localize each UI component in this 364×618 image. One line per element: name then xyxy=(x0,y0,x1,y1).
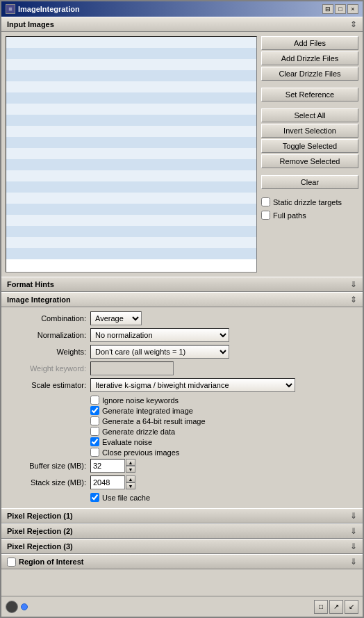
status-icon xyxy=(6,601,18,613)
image-integration-section: Image Integration ⇕ Combination: Average… xyxy=(1,292,363,508)
region-of-interest-checkbox[interactable] xyxy=(7,558,16,567)
stack-size-down-button[interactable]: ▼ xyxy=(126,482,135,489)
combination-select[interactable]: Average Median Minimum Maximum xyxy=(90,311,142,325)
buffer-size-label: Buffer size (MB): xyxy=(7,462,90,470)
remove-selected-button[interactable]: Remove Selected xyxy=(261,154,358,168)
title-bar-left: ≡ ImageIntegration xyxy=(6,4,80,14)
input-images-content: Add Files Add Drizzle Files Clear Drizzl… xyxy=(1,32,363,277)
buffer-size-spinner: ▲ ▼ xyxy=(90,459,135,473)
close-previous-images-label: Close previous images xyxy=(102,448,179,457)
normalization-row: Normalization: No normalization Additive… xyxy=(7,328,357,342)
stack-size-input[interactable] xyxy=(90,475,125,489)
pixel-rejection-3-collapse-icon: ⇓ xyxy=(350,542,357,551)
file-list-row xyxy=(6,92,256,104)
pixel-rejection-1-header[interactable]: Pixel Rejection (1) ⇓ xyxy=(1,508,363,523)
pixel-rejection-1-title: Pixel Rejection (1) xyxy=(7,512,73,520)
file-list-row xyxy=(6,104,256,115)
pixel-rejection-3-header[interactable]: Pixel Rejection (3) ⇓ xyxy=(1,539,363,554)
add-files-button[interactable]: Add Files xyxy=(261,36,358,50)
generate-64bit-checkbox[interactable] xyxy=(90,416,99,425)
file-list-row xyxy=(6,248,256,259)
minimize-button[interactable]: ⊟ xyxy=(322,4,333,14)
close-previous-images-checkbox[interactable] xyxy=(90,448,99,457)
stack-size-up-button[interactable]: ▲ xyxy=(126,475,135,482)
scale-estimator-select[interactable]: Iterative k-sigma / biweight midvariance… xyxy=(90,378,295,392)
input-images-title: Input Images xyxy=(7,20,54,29)
combination-row: Combination: Average Median Minimum Maxi… xyxy=(7,311,357,325)
buffer-size-row: Buffer size (MB): ▲ ▼ xyxy=(7,459,357,473)
file-list-row xyxy=(6,193,256,204)
select-all-button[interactable]: Select All xyxy=(261,108,358,122)
close-button[interactable]: × xyxy=(347,4,358,14)
title-bar-controls: ⊟ □ × xyxy=(322,4,358,14)
input-images-section: Input Images ⇕ xyxy=(1,17,363,277)
buffer-size-down-button[interactable]: ▼ xyxy=(126,466,135,473)
evaluate-noise-row: Evaluate noise xyxy=(90,437,357,447)
static-drizzle-checkbox-row: Static drizzle targets xyxy=(261,196,358,208)
pixel-rejection-3-section: Pixel Rejection (3) ⇓ xyxy=(1,539,363,554)
bottom-bar: □ ↗ ↙ xyxy=(1,596,363,617)
file-list-row xyxy=(6,148,256,159)
full-paths-checkbox[interactable] xyxy=(261,211,270,220)
invert-selection-button[interactable]: Invert Selection xyxy=(261,124,358,138)
pixel-rejection-2-title: Pixel Rejection (2) xyxy=(7,527,73,535)
weight-keyword-input[interactable] xyxy=(90,361,174,375)
input-images-collapse-icon: ⇕ xyxy=(350,19,357,29)
format-hints-title: Format Hints xyxy=(7,280,54,288)
generate-integrated-image-checkbox[interactable] xyxy=(90,406,99,415)
set-reference-button[interactable]: Set Reference xyxy=(261,88,358,101)
region-of-interest-header[interactable]: Region of Interest ⇓ xyxy=(1,554,363,569)
use-file-cache-row: Use file cache xyxy=(90,492,357,503)
pixel-rejection-2-section: Pixel Rejection (2) ⇓ xyxy=(1,523,363,539)
file-list-row xyxy=(6,115,256,126)
ignore-noise-keywords-checkbox[interactable] xyxy=(90,396,99,405)
execute-button[interactable]: ↙ xyxy=(345,600,358,614)
generate-drizzle-data-row: Generate drizzle data xyxy=(90,426,357,437)
file-list-row xyxy=(6,159,256,170)
generate-integrated-image-row: Generate integrated image xyxy=(90,405,357,416)
full-paths-label: Full paths xyxy=(273,211,306,220)
main-content: Input Images ⇕ xyxy=(1,17,363,596)
weight-keyword-label: Weight keyword: xyxy=(7,364,90,373)
normalization-select[interactable]: No normalization Additive Multiplicative xyxy=(90,328,229,342)
normalization-label: Normalization: xyxy=(7,331,90,339)
reset-button[interactable]: □ xyxy=(314,600,328,614)
stack-size-row: Stack size (MB): ▲ ▼ xyxy=(7,475,357,489)
image-integration-header[interactable]: Image Integration ⇕ xyxy=(1,292,363,307)
pixel-rejection-2-header[interactable]: Pixel Rejection (2) ⇓ xyxy=(1,523,363,539)
bottom-right: □ ↗ ↙ xyxy=(314,600,358,614)
file-list[interactable] xyxy=(6,36,257,273)
buffer-size-up-button[interactable]: ▲ xyxy=(126,459,135,466)
static-drizzle-label: Static drizzle targets xyxy=(273,198,342,206)
full-paths-checkbox-row: Full paths xyxy=(261,209,358,221)
weights-row: Weights: Don't care (all weights = 1) Ex… xyxy=(7,345,357,359)
toggle-selected-button[interactable]: Toggle Selected xyxy=(261,139,358,153)
file-list-row xyxy=(6,126,256,137)
weights-select[interactable]: Don't care (all weights = 1) Exposure ti… xyxy=(90,345,229,359)
app-icon: ≡ xyxy=(6,4,15,14)
image-integration-content: Combination: Average Median Minimum Maxi… xyxy=(1,307,363,508)
generate-64bit-label: Generate a 64-bit result image xyxy=(102,417,206,425)
file-list-row xyxy=(6,204,256,215)
stack-size-spinner: ▲ ▼ xyxy=(90,475,135,489)
status-dot xyxy=(21,603,28,610)
browse-button[interactable]: ↗ xyxy=(329,600,343,614)
close-previous-images-row: Close previous images xyxy=(90,447,357,457)
clear-drizzle-files-button[interactable]: Clear Drizzle Files xyxy=(261,67,358,81)
weights-label: Weights: xyxy=(7,348,90,356)
maximize-button[interactable]: □ xyxy=(335,4,346,14)
scale-estimator-row: Scale estimator: Iterative k-sigma / biw… xyxy=(7,378,357,392)
buffer-size-input[interactable] xyxy=(90,459,125,473)
ignore-noise-keywords-label: Ignore noise keywords xyxy=(102,396,179,405)
use-file-cache-checkbox[interactable] xyxy=(90,493,99,502)
file-list-row xyxy=(6,137,256,148)
clear-button[interactable]: Clear xyxy=(261,175,358,189)
add-drizzle-files-button[interactable]: Add Drizzle Files xyxy=(261,51,358,65)
static-drizzle-checkbox[interactable] xyxy=(261,197,270,206)
pixel-rejection-1-section: Pixel Rejection (1) ⇓ xyxy=(1,508,363,523)
format-hints-header[interactable]: Format Hints ⇓ xyxy=(1,277,363,292)
file-list-row xyxy=(6,48,256,59)
input-images-header[interactable]: Input Images ⇕ xyxy=(1,17,363,32)
evaluate-noise-checkbox[interactable] xyxy=(90,437,99,446)
generate-drizzle-data-checkbox[interactable] xyxy=(90,427,99,436)
